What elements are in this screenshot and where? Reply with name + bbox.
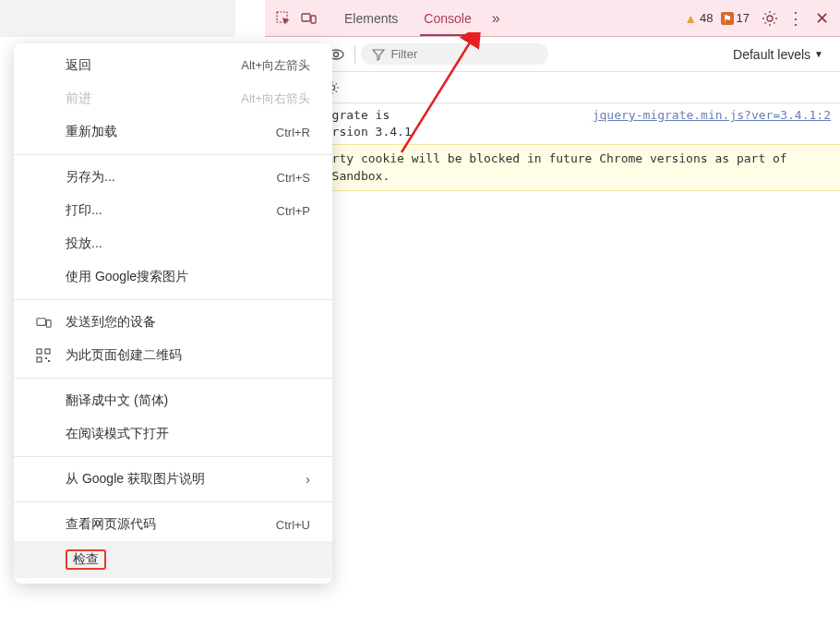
menu-shortcut: Ctrl+P (277, 204, 310, 218)
menu-label: 翻译成中文 (简体) (66, 392, 310, 409)
levels-label: Default levels (733, 47, 810, 62)
tab-elements[interactable]: Elements (331, 0, 411, 36)
devtools-panel: Elements Console » ▲ 48 ⚑ 17 ⋮ ✕ top ▼ (265, 0, 840, 199)
console-output: RATE: Migrate is lled, version 3.4.1 jqu… (265, 103, 840, 191)
page-context-menu: 返回 Alt+向左箭头 前进 Alt+向右箭头 重新加载 Ctrl+R 另存为.… (14, 43, 332, 584)
device-toolbar-icon[interactable] (296, 6, 322, 31)
menu-label: 在阅读模式下打开 (66, 426, 310, 442)
warnings-badge[interactable]: ▲ 48 (684, 11, 713, 26)
warnings-count: 48 (700, 11, 713, 25)
menu-shortcut: Alt+向左箭头 (241, 57, 310, 74)
console-toolbar: top ▼ Default levels ▼ (265, 37, 840, 72)
menu-send-to-devices[interactable]: 发送到您的设备 (14, 306, 332, 339)
filter-input-container[interactable] (361, 43, 547, 65)
menu-label: 查看网页源代码 (66, 516, 276, 533)
error-flag-icon: ⚑ (721, 12, 734, 25)
menu-label: 发送到您的设备 (66, 314, 310, 331)
filter-input[interactable] (390, 47, 536, 61)
console-log-line: RATE: Migrate is lled, version 3.4.1 jqu… (265, 103, 840, 144)
menu-label: 检查 (66, 549, 310, 570)
menu-shortcut: Ctrl+S (277, 171, 310, 185)
menu-forward: 前进 Alt+向右箭头 (14, 82, 332, 115)
more-tabs-icon[interactable]: » (485, 10, 508, 27)
menu-divider (14, 501, 332, 502)
menu-shortcut: Ctrl+R (276, 126, 310, 139)
svg-rect-1 (302, 14, 310, 21)
menu-shortcut: Ctrl+U (276, 518, 310, 532)
inspect-element-icon[interactable] (270, 6, 296, 31)
submenu-arrow-icon: › (306, 472, 310, 487)
qr-icon (36, 348, 66, 363)
menu-reload[interactable]: 重新加载 Ctrl+R (14, 115, 332, 149)
menu-divider (14, 154, 332, 155)
svg-rect-11 (37, 357, 42, 362)
devtools-topbar: Elements Console » ▲ 48 ⚑ 17 ⋮ ✕ (265, 0, 840, 37)
menu-label: 另存为... (66, 169, 277, 186)
console-warning-text: Third-party cookie will be blocked in fu… (274, 151, 831, 184)
menu-search-image[interactable]: 使用 Google搜索图片 (14, 260, 332, 294)
menu-shortcut: Alt+向右箭头 (241, 90, 310, 107)
menu-label: 返回 (66, 57, 241, 74)
menu-label: 使用 Google搜索图片 (66, 269, 310, 285)
errors-badge[interactable]: ⚑ 17 (721, 11, 750, 25)
menu-divider (14, 299, 332, 300)
svg-rect-13 (48, 360, 50, 362)
tab-console[interactable]: Console (411, 0, 484, 36)
menu-label: 从 Google 获取图片说明 (66, 471, 306, 488)
menu-reader-mode[interactable]: 在阅读模式下打开 (14, 417, 332, 451)
svg-rect-9 (37, 349, 42, 354)
kebab-menu-icon[interactable]: ⋮ (783, 6, 809, 31)
menu-inspect[interactable]: 检查 (14, 541, 332, 578)
svg-rect-2 (311, 16, 316, 23)
menu-save-as[interactable]: 另存为... Ctrl+S (14, 161, 332, 194)
menu-label: 打印... (66, 202, 277, 219)
devtools-tabs: Elements Console » (331, 0, 508, 36)
dropdown-triangle-icon: ▼ (814, 49, 823, 59)
svg-point-3 (767, 16, 773, 21)
inspect-highlight-box: 检查 (66, 549, 106, 570)
menu-label: 为此页面创建二维码 (66, 347, 310, 364)
menu-cast[interactable]: 投放... (14, 227, 332, 260)
menu-create-qr[interactable]: 为此页面创建二维码 (14, 339, 332, 372)
menu-back[interactable]: 返回 Alt+向左箭头 (14, 49, 332, 82)
svg-rect-12 (45, 357, 47, 359)
menu-label: 投放... (66, 235, 310, 252)
console-warning-line: Third-party cookie will be blocked in fu… (265, 144, 840, 190)
console-subtoolbar: ⚑ 17 (265, 72, 840, 103)
errors-count: 17 (737, 11, 750, 25)
menu-print[interactable]: 打印... Ctrl+P (14, 194, 332, 227)
close-devtools-icon[interactable]: ✕ (809, 6, 834, 31)
menu-label: 重新加载 (66, 124, 276, 140)
svg-rect-10 (45, 349, 50, 354)
menu-divider (14, 378, 332, 379)
svg-rect-8 (46, 320, 51, 327)
menu-label: 前进 (66, 90, 241, 107)
svg-point-5 (334, 52, 339, 56)
svg-rect-7 (37, 318, 45, 325)
menu-translate[interactable]: 翻译成中文 (简体) (14, 384, 332, 417)
log-levels-dropdown[interactable]: Default levels ▼ (724, 43, 833, 66)
settings-gear-icon[interactable] (757, 6, 783, 31)
console-source-link[interactable]: jquery-migrate.min.js?ver=3.4.1:2 (593, 107, 831, 140)
warning-triangle-icon: ▲ (684, 11, 697, 26)
menu-google-image-desc[interactable]: 从 Google 获取图片说明 › (14, 463, 332, 496)
menu-view-source[interactable]: 查看网页源代码 Ctrl+U (14, 508, 332, 541)
funnel-icon (372, 48, 385, 61)
devices-icon (36, 315, 66, 331)
page-background-strip (0, 0, 235, 37)
menu-divider (14, 456, 332, 457)
